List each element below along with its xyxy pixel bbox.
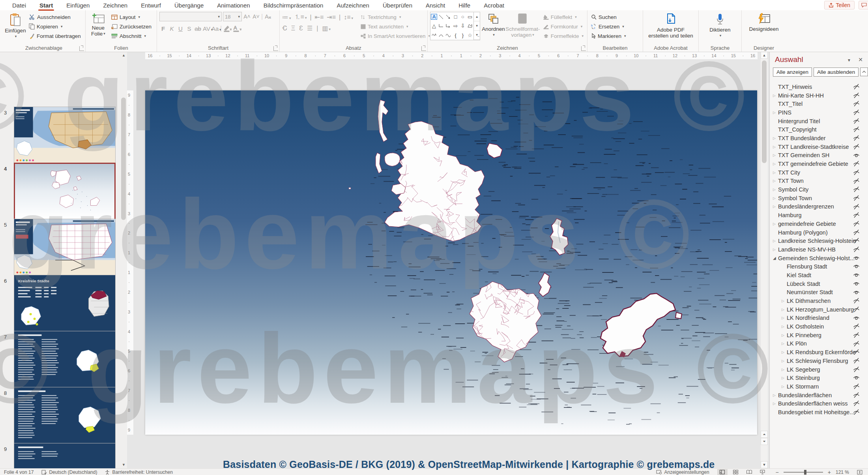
visibility-toggle[interactable] [853,101,860,107]
reading-view-button[interactable] [744,469,754,475]
layer-row[interactable]: ▷◢ LK Ostholstein [770,322,868,331]
visibility-toggle[interactable] [853,332,860,338]
italic-button[interactable]: K [168,25,176,32]
layer-row[interactable]: ▷◢ LK Schleswig Flensburg [770,357,868,365]
scroll-down-button[interactable]: ▼ [761,461,768,468]
expand-icon[interactable]: ▷◢ [773,111,778,115]
pane-dropdown-icon[interactable]: ▼ [847,58,851,62]
expand-icon[interactable]: ▷◢ [782,350,787,354]
scroll-thumb[interactable] [762,60,767,163]
change-case-button[interactable]: Aa▾ [211,25,219,32]
expand-icon[interactable]: ▷◢ [773,188,778,192]
section-button[interactable]: Abschnitt▾ [110,32,153,40]
expand-icon[interactable]: ▷◢ [782,308,787,312]
layer-row[interactable]: ▷◢ TXT Bundesländer [770,134,868,143]
new-slide-button[interactable]: Neue Folie▾ [88,12,108,37]
text-direction-button[interactable]: Textrichtung▾ [359,13,431,21]
visibility-toggle[interactable] [853,392,860,398]
shapes-scroll-up[interactable]: ▲ [474,12,480,21]
layer-row[interactable]: ▷◢ PINS [770,108,868,117]
shape-fill-button[interactable]: Fülleffekt▾ [542,13,585,21]
expand-icon[interactable]: ▷◢ [782,368,787,372]
visibility-toggle[interactable] [853,366,860,372]
shapes-gallery[interactable]: A □ ○ ▭ △ ⇨ ⇩ [430,12,480,40]
visibility-toggle[interactable] [853,126,860,132]
highlight-color-button[interactable]: ▾ [223,25,232,32]
visibility-toggle[interactable] [853,92,860,98]
layer-row[interactable]: ▷◢ TXT_Hinweis [770,83,868,91]
layer-row[interactable]: ▷◢ Symbol Town [770,194,868,203]
visibility-toggle[interactable] [853,400,860,406]
new-slide-dropdown[interactable]: ▾ [103,31,105,37]
expand-icon[interactable]: ▷◢ [773,136,778,140]
shape-textbox[interactable]: A [431,14,437,20]
visibility-toggle[interactable] [853,383,860,389]
shape-curve[interactable] [445,32,451,38]
slide-thumbnail[interactable]: Kreisfreie Städte [14,275,116,332]
shape-left-brace[interactable]: { [455,33,456,38]
previous-slide-button[interactable]: ⏶ [761,431,768,438]
layer-row[interactable]: ▷◢ TXT gemeindefreie Gebiete [770,160,868,168]
layer-row[interactable]: ▷◢ TXT Landkreise-Stadtkreise [770,143,868,151]
copy-button[interactable]: Kopieren ▾ [28,22,82,31]
layer-row[interactable]: ▷◢ LK Stormarn [770,382,868,391]
expand-icon[interactable]: ▷◢ [773,402,778,406]
expand-icon[interactable]: ▷◢ [773,153,778,157]
visibility-toggle[interactable] [853,186,860,192]
numbering-button[interactable]: ⒈≡▾ [294,13,307,21]
visibility-toggle[interactable] [853,195,860,201]
layer-row[interactable]: ▷◢ LK Nordfriesland [770,314,868,323]
slide-thumbnail[interactable] [14,219,116,276]
format-painter-button[interactable]: Format übertragen [28,32,82,40]
shape-line[interactable] [438,14,444,20]
decrease-indent-button[interactable]: ⇤≡ [315,13,324,21]
layout-button[interactable]: Layout▾ [110,13,153,21]
menu-tab[interactable]: Animationen [210,1,256,10]
expand-icon[interactable]: ▷◢ [782,376,787,380]
normal-view-button[interactable] [717,469,728,475]
shape-effects-button[interactable]: Formeffekte▾ [542,32,585,40]
visibility-toggle[interactable] [853,118,860,124]
layer-row[interactable]: ▷◢ Landkreise NS-MV-HB [770,245,868,254]
shape-rounded-rectangle[interactable]: ▭ [468,14,472,19]
shapes-gallery-more[interactable]: ▼̲ [474,31,480,40]
paste-dropdown[interactable]: ▾ [15,34,17,39]
menu-tab[interactable]: Bildschirmpräsentation [257,1,330,10]
pane-close-icon[interactable]: ✕ [858,56,863,63]
zoom-level[interactable]: 121 % [836,469,849,475]
shape-oval[interactable]: ○ [461,14,464,19]
justify-button[interactable]: ☰ [307,24,312,32]
layer-row[interactable]: ▷◢ TXT_Copyright [770,125,868,134]
shape-right-brace[interactable]: } [462,33,464,38]
layer-row[interactable]: ▷◢ Kiel Stadt [770,271,868,280]
visibility-toggle[interactable] [853,341,860,347]
visibility-toggle[interactable] [853,272,860,278]
accessibility-status[interactable]: Barrierefreiheit: Untersuchen [101,469,176,475]
layer-row[interactable]: ▷◢ Hamburg (Polygon) [770,228,868,237]
layer-row[interactable]: ▷◢ Bundesgebiet mit Hoheitsge... [770,408,868,417]
increase-font-button[interactable]: A˄ [243,13,251,21]
expand-icon[interactable]: ▷◢ [773,171,778,175]
layer-row[interactable]: ▷◢ Hintergrund Titel [770,117,868,126]
visibility-toggle[interactable] [853,375,860,381]
layer-row[interactable]: ▷◢ Mini-Karte SH-HH [770,91,868,100]
layer-row[interactable]: ▷◢ Bundesländerflächen [770,391,868,400]
slide-sorter-view-button[interactable] [731,469,741,475]
columns-button[interactable]: ▥▾ [322,24,331,32]
visibility-toggle[interactable] [853,289,860,295]
shape-arrow[interactable] [445,14,451,20]
next-slide-button[interactable]: ⏷ [761,438,768,445]
layer-row[interactable]: ▷◢ TXT Gemeinden SH [770,151,868,160]
visibility-toggle[interactable] [853,255,860,261]
menu-tab[interactable]: Überprüfen [376,1,419,10]
align-text-button[interactable]: Text ausrichten▾ [359,22,431,31]
expand-icon[interactable]: ▷◢ [782,333,787,337]
spellcheck-status[interactable]: Deutsch (Deutschland) [37,469,101,475]
shape-elbow-arrow[interactable] [445,23,451,29]
visibility-toggle[interactable] [853,204,860,210]
font-name-combo[interactable]: ▾ [159,12,222,21]
replace-button[interactable]: bc Ersetzen▾ [590,22,627,31]
expand-icon[interactable]: ▷◢ [773,205,778,208]
shapes-scroll-down[interactable]: ▼ [474,21,480,30]
layer-row[interactable]: ▷◢ Hamburg [770,211,868,220]
